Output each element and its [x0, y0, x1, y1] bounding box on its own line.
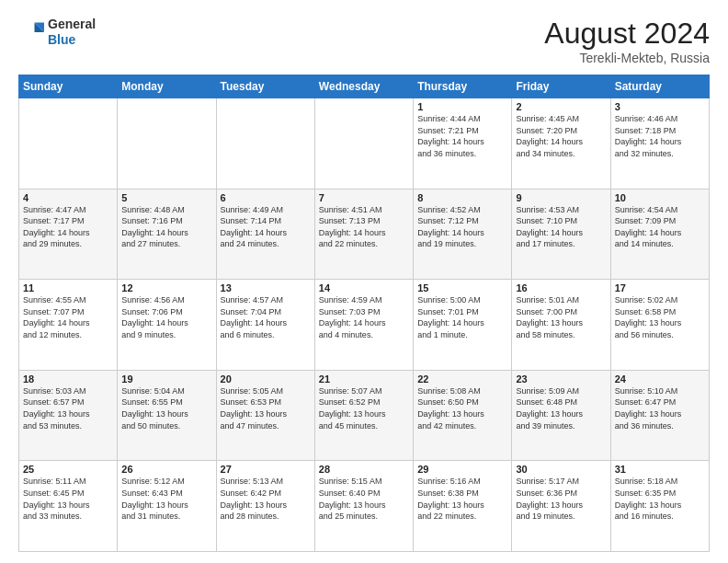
day-info: Sunrise: 4:53 AMSunset: 7:10 PMDaylight:… [516, 204, 606, 250]
day-number: 7 [319, 192, 409, 203]
day-info: Sunrise: 5:15 AMSunset: 6:40 PMDaylight:… [319, 476, 409, 522]
day-info: Sunrise: 5:04 AMSunset: 6:55 PMDaylight:… [121, 385, 211, 431]
day-number: 16 [516, 282, 606, 293]
day-number: 2 [516, 101, 606, 112]
day-info: Sunrise: 4:59 AMSunset: 7:03 PMDaylight:… [319, 294, 409, 340]
day-cell: 20Sunrise: 5:05 AMSunset: 6:53 PMDayligh… [216, 370, 314, 461]
day-cell: 18Sunrise: 5:03 AMSunset: 6:57 PMDayligh… [19, 370, 118, 461]
week-row-5: 25Sunrise: 5:11 AMSunset: 6:45 PMDayligh… [19, 461, 710, 552]
day-number: 19 [121, 373, 211, 385]
day-cell: 16Sunrise: 5:01 AMSunset: 7:00 PMDayligh… [512, 280, 610, 371]
day-info: Sunrise: 5:13 AMSunset: 6:42 PMDaylight:… [221, 476, 311, 522]
day-info: Sunrise: 5:10 AMSunset: 6:47 PMDaylight:… [615, 385, 705, 431]
week-row-2: 4Sunrise: 4:47 AMSunset: 7:17 PMDaylight… [19, 189, 710, 280]
week-row-4: 18Sunrise: 5:03 AMSunset: 6:57 PMDayligh… [19, 370, 710, 461]
day-info: Sunrise: 4:55 AMSunset: 7:07 PMDaylight:… [23, 294, 113, 340]
day-cell: 17Sunrise: 5:02 AMSunset: 6:58 PMDayligh… [610, 280, 709, 371]
day-number: 15 [417, 282, 507, 293]
day-number: 27 [221, 464, 311, 475]
day-cell: 14Sunrise: 4:59 AMSunset: 7:03 PMDayligh… [314, 280, 413, 371]
day-number: 17 [615, 282, 705, 293]
day-number: 24 [615, 373, 705, 385]
day-number: 20 [221, 373, 311, 385]
day-info: Sunrise: 4:49 AMSunset: 7:14 PMDaylight:… [221, 204, 311, 250]
day-number: 3 [615, 101, 705, 112]
day-cell: 10Sunrise: 4:54 AMSunset: 7:09 PMDayligh… [610, 189, 709, 280]
day-number: 12 [121, 282, 211, 293]
day-info: Sunrise: 5:12 AMSunset: 6:43 PMDaylight:… [121, 476, 211, 522]
day-cell: 19Sunrise: 5:04 AMSunset: 6:55 PMDayligh… [118, 370, 216, 461]
logo-blue-text: Blue [48, 32, 75, 47]
day-number: 30 [516, 464, 606, 475]
day-cell: 23Sunrise: 5:09 AMSunset: 6:48 PMDayligh… [512, 370, 610, 461]
day-cell: 22Sunrise: 5:08 AMSunset: 6:50 PMDayligh… [414, 370, 512, 461]
weekday-header-thursday: Thursday [414, 75, 512, 98]
logo: General Blue [18, 17, 96, 48]
day-info: Sunrise: 4:57 AMSunset: 7:04 PMDaylight:… [221, 294, 311, 340]
title-block: August 2024 Terekli-Mekteb, Russia [544, 17, 710, 65]
day-cell: 12Sunrise: 4:56 AMSunset: 7:06 PMDayligh… [118, 280, 216, 371]
day-info: Sunrise: 5:05 AMSunset: 6:53 PMDaylight:… [221, 385, 311, 431]
day-number: 5 [121, 192, 211, 203]
weekday-header-tuesday: Tuesday [216, 75, 314, 98]
day-info: Sunrise: 4:46 AMSunset: 7:18 PMDaylight:… [615, 113, 705, 159]
day-number: 10 [615, 192, 705, 203]
day-info: Sunrise: 5:11 AMSunset: 6:45 PMDaylight:… [23, 476, 113, 522]
day-cell: 26Sunrise: 5:12 AMSunset: 6:43 PMDayligh… [118, 461, 216, 552]
day-cell: 13Sunrise: 4:57 AMSunset: 7:04 PMDayligh… [216, 280, 314, 371]
day-number: 26 [121, 464, 211, 475]
day-cell: 6Sunrise: 4:49 AMSunset: 7:14 PMDaylight… [216, 189, 314, 280]
weekday-header-monday: Monday [118, 75, 216, 98]
day-cell: 25Sunrise: 5:11 AMSunset: 6:45 PMDayligh… [19, 461, 118, 552]
weekday-header-saturday: Saturday [610, 75, 709, 98]
day-number: 28 [319, 464, 409, 475]
day-cell: 28Sunrise: 5:15 AMSunset: 6:40 PMDayligh… [314, 461, 413, 552]
day-info: Sunrise: 5:08 AMSunset: 6:50 PMDaylight:… [417, 385, 507, 431]
day-info: Sunrise: 5:01 AMSunset: 7:00 PMDaylight:… [516, 294, 606, 340]
day-cell [314, 98, 413, 190]
week-row-1: 1Sunrise: 4:44 AMSunset: 7:21 PMDaylight… [19, 98, 710, 190]
day-info: Sunrise: 5:02 AMSunset: 6:58 PMDaylight:… [615, 294, 705, 340]
logo-text: General Blue [48, 17, 96, 48]
day-cell: 21Sunrise: 5:07 AMSunset: 6:52 PMDayligh… [314, 370, 413, 461]
day-info: Sunrise: 5:16 AMSunset: 6:38 PMDaylight:… [417, 476, 507, 522]
day-info: Sunrise: 4:47 AMSunset: 7:17 PMDaylight:… [23, 204, 113, 250]
day-info: Sunrise: 4:44 AMSunset: 7:21 PMDaylight:… [417, 113, 507, 159]
day-number: 6 [221, 192, 311, 203]
day-cell: 5Sunrise: 4:48 AMSunset: 7:16 PMDaylight… [118, 189, 216, 280]
day-cell: 9Sunrise: 4:53 AMSunset: 7:10 PMDaylight… [512, 189, 610, 280]
day-info: Sunrise: 4:51 AMSunset: 7:13 PMDaylight:… [319, 204, 409, 250]
day-cell: 15Sunrise: 5:00 AMSunset: 7:01 PMDayligh… [414, 280, 512, 371]
day-cell [216, 98, 314, 190]
day-number: 9 [516, 192, 606, 203]
day-cell: 8Sunrise: 4:52 AMSunset: 7:12 PMDaylight… [414, 189, 512, 280]
day-info: Sunrise: 4:48 AMSunset: 7:16 PMDaylight:… [121, 204, 211, 250]
weekday-header-row: SundayMondayTuesdayWednesdayThursdayFrid… [19, 75, 710, 98]
day-cell [19, 98, 118, 190]
day-cell: 4Sunrise: 4:47 AMSunset: 7:17 PMDaylight… [19, 189, 118, 280]
day-info: Sunrise: 4:52 AMSunset: 7:12 PMDaylight:… [417, 204, 507, 250]
logo-icon [18, 19, 44, 45]
day-cell: 31Sunrise: 5:18 AMSunset: 6:35 PMDayligh… [610, 461, 709, 552]
logo-general-text: General [48, 17, 96, 31]
day-info: Sunrise: 5:17 AMSunset: 6:36 PMDaylight:… [516, 476, 606, 522]
day-cell: 30Sunrise: 5:17 AMSunset: 6:36 PMDayligh… [512, 461, 610, 552]
day-cell: 27Sunrise: 5:13 AMSunset: 6:42 PMDayligh… [216, 461, 314, 552]
day-info: Sunrise: 5:07 AMSunset: 6:52 PMDaylight:… [319, 385, 409, 431]
calendar: SundayMondayTuesdayWednesdayThursdayFrid… [18, 75, 710, 552]
day-number: 29 [417, 464, 507, 475]
page: General Blue August 2024 Terekli-Mekteb,… [0, 0, 728, 563]
day-number: 14 [319, 282, 409, 293]
header: General Blue August 2024 Terekli-Mekteb,… [18, 17, 710, 65]
day-info: Sunrise: 4:54 AMSunset: 7:09 PMDaylight:… [615, 204, 705, 250]
day-cell: 29Sunrise: 5:16 AMSunset: 6:38 PMDayligh… [414, 461, 512, 552]
day-number: 21 [319, 373, 409, 385]
day-info: Sunrise: 5:03 AMSunset: 6:57 PMDaylight:… [23, 385, 113, 431]
weekday-header-sunday: Sunday [19, 75, 118, 98]
day-info: Sunrise: 5:18 AMSunset: 6:35 PMDaylight:… [615, 476, 705, 522]
day-info: Sunrise: 4:45 AMSunset: 7:20 PMDaylight:… [516, 113, 606, 159]
day-number: 18 [23, 373, 113, 385]
day-number: 25 [23, 464, 113, 475]
month-title: August 2024 [544, 17, 710, 51]
day-number: 4 [23, 192, 113, 203]
